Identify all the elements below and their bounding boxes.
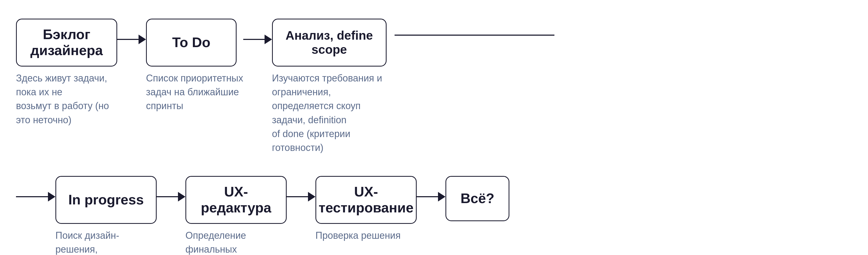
row-1: Бэклог дизайнера Здесь живут задачи, пок… (16, 19, 852, 155)
uxedit-node: UX-редактура (185, 176, 287, 224)
uxtesting-node: UX-тестирование (315, 176, 417, 224)
arrow-4-line (287, 196, 308, 197)
row2-start-line (16, 196, 48, 197)
arrow-3-line (157, 196, 178, 197)
analysis-wrapper: Анализ, define scope Изучаются требовани… (272, 19, 395, 155)
row-2: In progress Поиск дизайн-решения, концеп… (16, 176, 852, 255)
arrow-5-head (438, 192, 445, 201)
backlog-node: Бэклог дизайнера (16, 19, 117, 67)
row2-start-arrow (16, 192, 55, 201)
arrow-continue-1-line (395, 35, 554, 36)
arrow-3 (157, 192, 185, 201)
todo-wrapper: To Do Список приоритетных задач на ближа… (146, 19, 243, 113)
done-label: Всё? (453, 185, 502, 212)
uxedit-label: UX-редактура (186, 179, 286, 221)
uxtesting-wrapper: UX-тестирование Проверка решения (315, 176, 417, 243)
analysis-node: Анализ, define scope (272, 19, 386, 67)
backlog-desc: Здесь живут задачи, пока их не возьмут в… (16, 71, 117, 127)
arrow-2 (243, 35, 272, 44)
arrow-1 (117, 35, 146, 44)
inprogress-desc: Поиск дизайн-решения, концепты, прототип… (55, 229, 157, 255)
todo-node: To Do (146, 19, 237, 67)
uxedit-wrapper: UX-редактура Определение финальных форму… (185, 176, 287, 255)
todo-desc: Список приоритетных задач на ближайшие с… (146, 71, 243, 113)
arrow-2-line (243, 39, 265, 40)
inprogress-label: In progress (60, 187, 152, 213)
arrow-1-head (138, 35, 146, 44)
inprogress-node: In progress (55, 176, 157, 224)
analysis-label: Анализ, define scope (273, 23, 386, 62)
analysis-desc: Изучаются требования и ограничения, опре… (272, 71, 395, 155)
arrow-3-head (178, 192, 185, 201)
inprogress-wrapper: In progress Поиск дизайн-решения, концеп… (55, 176, 157, 255)
uxedit-desc: Определение финальных формулировок с UX-… (185, 229, 287, 255)
uxtesting-desc: Проверка решения (315, 229, 401, 243)
diagram-container: Бэклог дизайнера Здесь живут задачи, пок… (0, 0, 868, 255)
row2-start-head (48, 192, 55, 201)
uxtesting-label: UX-тестирование (311, 179, 422, 221)
backlog-wrapper: Бэклог дизайнера Здесь живут задачи, пок… (16, 19, 117, 127)
todo-label: To Do (164, 29, 218, 56)
done-node: Всё? (445, 176, 509, 221)
arrow-continue-1 (395, 35, 554, 36)
arrow-2-head (265, 35, 272, 44)
backlog-label: Бэклог дизайнера (17, 21, 117, 64)
done-wrapper: Всё? (445, 176, 509, 221)
arrow-5 (417, 192, 445, 201)
arrow-5-line (417, 196, 438, 197)
arrow-1-line (117, 39, 138, 40)
